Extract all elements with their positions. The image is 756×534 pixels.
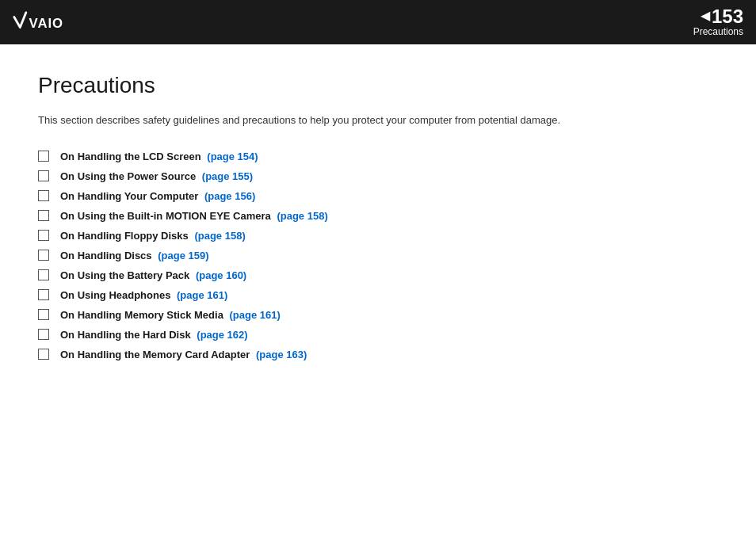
toc-item-text: On Handling Memory Stick Media (page 161…	[60, 309, 281, 321]
toc-item-link[interactable]: (page 158)	[277, 210, 327, 222]
toc-item-link[interactable]: (page 159)	[158, 250, 208, 261]
list-item: On Using the Power Source (page 155)	[38, 170, 718, 182]
list-item: On Handling Discs (page 159)	[38, 250, 718, 261]
toc-item-link[interactable]: (page 160)	[196, 269, 246, 281]
main-content: Precautions This section describes safet…	[0, 44, 756, 400]
checkbox-icon	[38, 349, 49, 360]
page-description: This section describes safety guidelines…	[38, 113, 718, 128]
toc-item-text: On Handling the Hard Disk (page 162)	[60, 329, 248, 341]
toc-item-link[interactable]: (page 158)	[194, 230, 245, 242]
checkbox-icon	[38, 230, 49, 241]
page-number: 153	[712, 7, 743, 26]
list-item: On Handling the Memory Card Adapter (pag…	[38, 349, 718, 360]
page-number-section: ◀ 153 Precautions	[693, 7, 743, 37]
toc-item-text: On Handling Floppy Disks (page 158)	[60, 230, 246, 242]
page-title: Precautions	[38, 73, 718, 98]
checkbox-icon	[38, 309, 49, 320]
page-header: VAIO ◀ 153 Precautions	[0, 0, 756, 44]
toc-item-link[interactable]: (page 162)	[197, 329, 247, 341]
toc-item-text: On Using the Battery Pack (page 160)	[60, 269, 246, 281]
toc-item-text: On Handling the LCD Screen (page 154)	[60, 151, 258, 162]
svg-text:VAIO: VAIO	[29, 16, 64, 31]
toc-item-link[interactable]: (page 156)	[204, 190, 255, 202]
checkbox-icon	[38, 170, 49, 181]
vaio-logo: VAIO	[13, 11, 79, 33]
checkbox-icon	[38, 329, 49, 340]
list-item: On Handling Your Computer (page 156)	[38, 190, 718, 202]
checkbox-icon	[38, 250, 49, 261]
toc-item-link[interactable]: (page 154)	[207, 151, 258, 162]
checkbox-icon	[38, 151, 49, 162]
list-item: On Using the Built-in MOTION EYE Camera …	[38, 210, 718, 222]
toc-item-text: On Using the Built-in MOTION EYE Camera …	[60, 210, 328, 222]
toc-item-text: On Using the Power Source (page 155)	[60, 170, 253, 182]
checkbox-icon	[38, 289, 49, 300]
checkbox-icon	[38, 210, 49, 221]
toc-item-link[interactable]: (page 155)	[202, 170, 253, 182]
toc-item-link[interactable]: (page 163)	[256, 349, 307, 360]
toc-item-text: On Handling Your Computer (page 156)	[60, 190, 255, 202]
checkbox-icon	[38, 269, 49, 280]
toc-item-text: On Using Headphones (page 161)	[60, 289, 227, 301]
list-item: On Using Headphones (page 161)	[38, 289, 718, 301]
list-item: On Handling the Hard Disk (page 162)	[38, 329, 718, 341]
toc-item-text: On Handling the Memory Card Adapter (pag…	[60, 349, 307, 360]
toc-item-link[interactable]: (page 161)	[229, 309, 280, 321]
checkbox-icon	[38, 190, 49, 201]
list-item: On Handling Floppy Disks (page 158)	[38, 230, 718, 242]
list-item: On Handling Memory Stick Media (page 161…	[38, 309, 718, 321]
list-item: On Using the Battery Pack (page 160)	[38, 269, 718, 281]
toc-list: On Handling the LCD Screen (page 154)On …	[38, 151, 718, 360]
section-label: Precautions	[693, 26, 743, 37]
list-item: On Handling the LCD Screen (page 154)	[38, 151, 718, 162]
toc-item-link[interactable]: (page 161)	[177, 289, 227, 301]
page-arrow-icon: ◀	[701, 8, 710, 23]
toc-item-text: On Handling Discs (page 159)	[60, 250, 209, 261]
